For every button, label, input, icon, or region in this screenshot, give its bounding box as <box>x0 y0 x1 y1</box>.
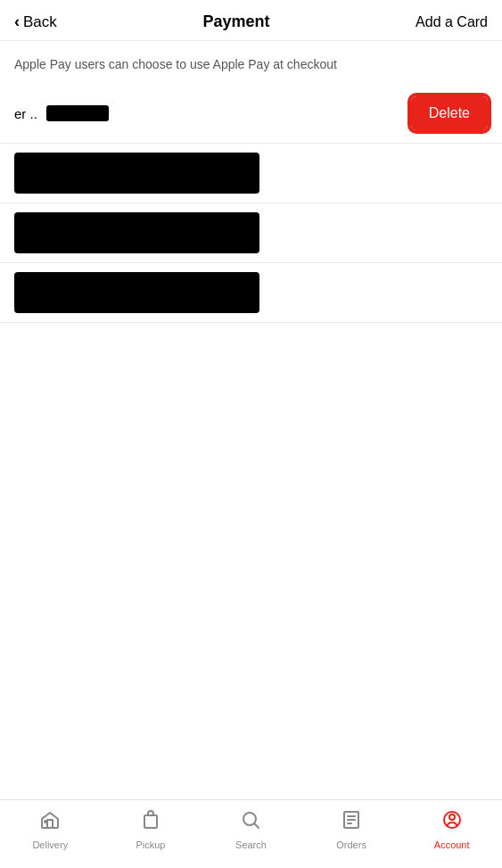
redacted-row-3 <box>0 263 502 323</box>
nav-pickup-label: Pickup <box>136 839 165 850</box>
redacted-row-1 <box>0 144 502 203</box>
card-info: er .. <box>14 105 109 121</box>
nav-orders-label: Orders <box>336 839 366 850</box>
nav-search-label: Search <box>235 839 267 850</box>
nav-item-orders[interactable]: Orders <box>301 809 402 850</box>
nav-item-account[interactable]: Account <box>401 809 502 850</box>
bottom-nav: Delivery Pickup Search <box>0 799 502 868</box>
pickup-icon <box>140 809 161 836</box>
delete-button[interactable]: Delete <box>411 96 488 130</box>
back-chevron-icon: ‹ <box>14 12 20 31</box>
card-prefix: er .. <box>14 106 37 121</box>
nav-item-pickup[interactable]: Pickup <box>101 809 202 850</box>
nav-item-delivery[interactable]: Delivery <box>0 809 101 850</box>
svg-rect-2 <box>144 815 157 828</box>
back-button[interactable]: ‹ Back <box>14 12 57 31</box>
nav-item-search[interactable]: Search <box>201 809 301 850</box>
search-icon <box>240 809 261 836</box>
info-banner-text: Apple Pay users can choose to use Apple … <box>14 57 337 71</box>
orders-icon <box>341 809 362 836</box>
info-banner: Apple Pay users can choose to use Apple … <box>0 41 502 84</box>
redacted-block-3 <box>14 272 259 313</box>
delivery-icon <box>39 809 61 836</box>
redacted-row-2 <box>0 203 502 263</box>
svg-point-10 <box>449 814 455 820</box>
main-content <box>0 323 502 799</box>
back-label: Back <box>23 13 57 31</box>
svg-line-4 <box>255 824 259 829</box>
svg-point-0 <box>45 821 46 823</box>
page-title: Payment <box>202 12 269 31</box>
card-redacted-number <box>46 105 109 121</box>
redacted-block-2 <box>14 212 259 253</box>
nav-delivery-label: Delivery <box>32 839 68 850</box>
nav-account-label: Account <box>434 839 470 850</box>
top-nav: ‹ Back Payment Add a Card <box>0 0 502 41</box>
add-card-button[interactable]: Add a Card <box>416 14 488 30</box>
redacted-block-1 <box>14 153 259 194</box>
card-row: er .. Delete <box>0 84 502 144</box>
account-icon <box>441 809 463 836</box>
